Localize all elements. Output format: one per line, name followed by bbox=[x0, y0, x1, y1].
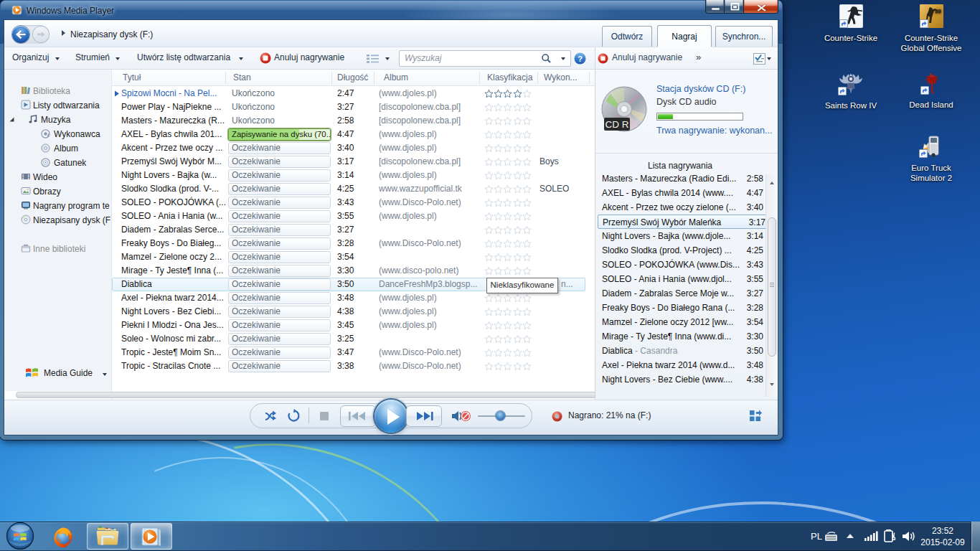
svg-text:50: 50 bbox=[935, 8, 941, 14]
svg-text:CD R: CD R bbox=[606, 119, 629, 130]
svg-text:?: ? bbox=[578, 55, 583, 63]
